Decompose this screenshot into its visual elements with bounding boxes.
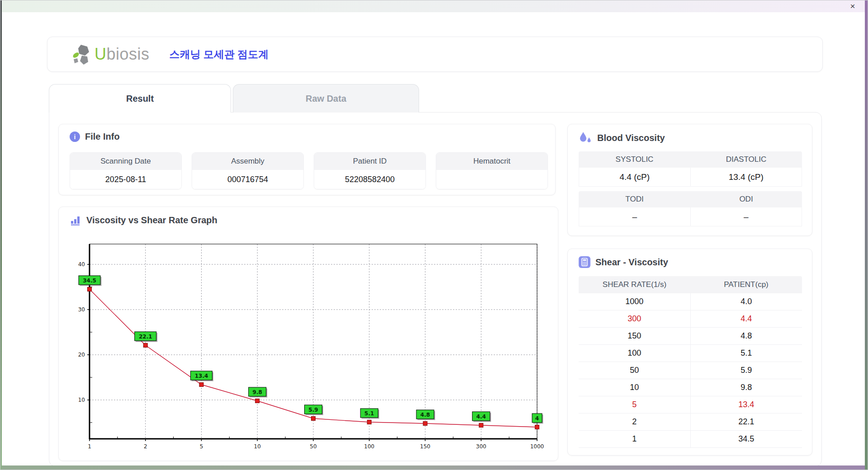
shear-rate-value: 1000	[579, 293, 691, 310]
table-row: 10004.0	[579, 293, 802, 310]
svg-text:100: 100	[364, 443, 374, 450]
shear-table-body: 10004.03004.41504.81005.1505.9109.8513.4…	[579, 293, 802, 448]
svg-text:22.1: 22.1	[139, 334, 152, 340]
svg-text:5: 5	[200, 443, 203, 450]
svg-text:10: 10	[78, 397, 85, 403]
patient-value: 4.4	[691, 310, 802, 327]
field-patient-id: Patient ID 52208582400	[314, 152, 426, 189]
field-label: Hematocrit	[436, 153, 547, 170]
viscosity-chart-svg: 102030401251050100150300100034.522.113.4…	[59, 207, 559, 461]
field-label: Scanning Date	[70, 153, 181, 170]
svg-text:4.4: 4.4	[476, 414, 486, 420]
table-row: 1005.1	[579, 345, 802, 362]
shear-rate-value: 10	[579, 379, 691, 396]
shear-rate-value: 5	[579, 396, 691, 413]
svg-text:30: 30	[78, 306, 85, 313]
field-value: 2025-08-11	[70, 170, 181, 189]
svg-text:1: 1	[88, 443, 91, 450]
shear-rate-value: 50	[579, 362, 691, 379]
svg-text:9.8: 9.8	[253, 389, 262, 395]
shear-rate-column-header: SHEAR RATE(1/s)	[579, 276, 690, 293]
table-row: 3004.4	[579, 310, 802, 328]
systolic-diastolic-table: SYSTOLIC DIASTOLIC 4.4 (cP) 13.4 (cP)	[579, 151, 802, 187]
table-header: SHEAR RATE(1/s) PATIENT(cp)	[579, 276, 802, 293]
file-info-card: i File Info Scanning Date 2025-08-11 Ass…	[58, 124, 556, 195]
patient-column-header: PATIENT(cp)	[690, 276, 802, 293]
file-info-title: File Info	[85, 132, 120, 142]
systolic-header: SYSTOLIC	[579, 151, 690, 168]
tab-bar: Result Raw Data	[49, 84, 419, 113]
patient-value: 9.8	[691, 379, 802, 396]
svg-text:2: 2	[144, 443, 147, 450]
field-value: 000716754	[192, 170, 303, 189]
ubiosis-logo-icon	[70, 43, 93, 66]
file-info-title-row: i File Info	[59, 124, 555, 142]
table-row: 134.5	[579, 431, 802, 448]
app-title-korean: 스캐닝 모세관 점도계	[170, 47, 269, 61]
shear-rate-value: 2	[579, 414, 691, 430]
table-row: 4.4 (cP) 13.4 (cP)	[579, 168, 802, 187]
odi-header: ODI	[690, 191, 802, 207]
window-bottom-edge	[0, 465, 865, 470]
todi-value: –	[579, 207, 691, 226]
window-right-edge	[865, 0, 868, 470]
table-row: 505.9	[579, 362, 802, 379]
svg-text:150: 150	[420, 443, 430, 450]
field-value	[436, 170, 547, 189]
viscosity-chart: 102030401251050100150300100034.522.113.4…	[59, 207, 559, 461]
field-hematocrit: Hematocrit	[436, 152, 548, 189]
svg-text:5.9: 5.9	[308, 407, 318, 413]
field-scanning-date: Scanning Date 2025-08-11	[70, 152, 182, 189]
shear-rate-value: 100	[579, 345, 691, 362]
svg-text:50: 50	[310, 443, 316, 450]
window-left-edge	[0, 0, 2, 470]
patient-value: 4.0	[691, 293, 802, 310]
svg-text:10: 10	[254, 443, 261, 450]
calculator-icon	[579, 256, 590, 268]
todi-odi-table: TODI ODI – –	[579, 191, 802, 226]
diastolic-value: 13.4 (cP)	[691, 168, 802, 186]
field-assembly: Assembly 000716754	[192, 152, 304, 189]
odi-value: –	[691, 207, 802, 226]
patient-value: 13.4	[691, 396, 802, 413]
todi-header: TODI	[579, 191, 690, 207]
patient-value: 5.1	[691, 345, 802, 362]
patient-value: 5.9	[691, 362, 802, 379]
patient-value: 22.1	[691, 414, 802, 430]
svg-text:40: 40	[78, 261, 85, 268]
shear-viscosity-card: Shear - Viscosity SHEAR RATE(1/s) PATIEN…	[567, 249, 812, 456]
content-panel: i File Info Scanning Date 2025-08-11 Ass…	[49, 112, 822, 466]
svg-text:4: 4	[535, 415, 539, 422]
shear-viscosity-title: Shear - Viscosity	[595, 257, 668, 268]
svg-text:300: 300	[476, 443, 486, 450]
logo-text: Ubiosis	[94, 45, 150, 64]
systolic-value: 4.4 (cP)	[579, 168, 691, 186]
shear-rate-value: 300	[579, 310, 691, 327]
shear-table: SHEAR RATE(1/s) PATIENT(cp) 10004.03004.…	[579, 276, 802, 448]
svg-text:20: 20	[78, 352, 85, 358]
svg-text:34.5: 34.5	[83, 277, 96, 284]
shear-rate-value: 1	[579, 431, 691, 447]
table-row: 222.1	[579, 414, 802, 431]
tab-result[interactable]: Result	[49, 84, 231, 113]
shear-viscosity-title-row: Shear - Viscosity	[568, 249, 812, 268]
svg-text:4.8: 4.8	[420, 412, 430, 418]
field-label: Assembly	[192, 153, 303, 170]
svg-text:1000: 1000	[530, 443, 544, 450]
close-button[interactable]: ×	[847, 0, 859, 12]
info-icon: i	[70, 132, 80, 142]
app-header: Ubiosis 스캐닝 모세관 점도계	[47, 37, 823, 72]
field-value: 52208582400	[314, 170, 425, 189]
field-label: Patient ID	[314, 153, 425, 170]
table-row: 109.8	[579, 379, 802, 396]
tab-raw-data[interactable]: Raw Data	[233, 84, 419, 113]
blood-viscosity-title-row: Blood Viscosity	[568, 124, 812, 144]
diastolic-header: DIASTOLIC	[690, 151, 802, 168]
table-header: SYSTOLIC DIASTOLIC	[579, 151, 802, 168]
app-window: × Ubiosis 스캐닝 모세관 점도계 Result Raw Data i …	[0, 0, 868, 470]
blood-viscosity-title: Blood Viscosity	[597, 133, 665, 143]
svg-text:13.4: 13.4	[195, 373, 208, 379]
table-header: TODI ODI	[579, 191, 802, 207]
blood-viscosity-card: Blood Viscosity SYSTOLIC DIASTOLIC 4.4 (…	[567, 124, 812, 236]
patient-value: 4.8	[691, 328, 802, 344]
